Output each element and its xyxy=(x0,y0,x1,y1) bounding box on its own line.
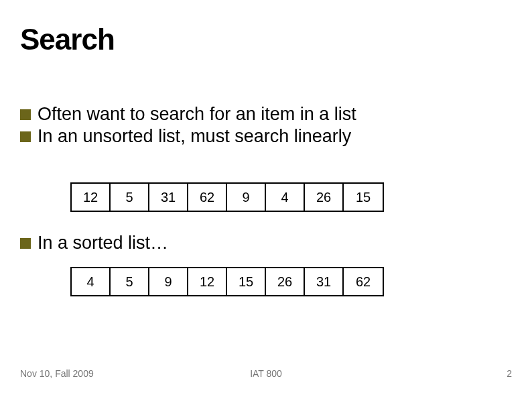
table-cell: 26 xyxy=(266,268,305,295)
slide-content: Often want to search for an item in a li… xyxy=(20,104,516,148)
footer-page-number: 2 xyxy=(507,368,512,379)
footer-course: IAT 800 xyxy=(250,368,282,379)
bullet-text: Often want to search for an item in a li… xyxy=(38,104,356,125)
table-cell: 31 xyxy=(149,184,188,211)
table-cell: 9 xyxy=(227,184,266,211)
table-cell: 4 xyxy=(266,184,305,211)
table-cell: 5 xyxy=(111,184,149,211)
bullet-item-1: Often want to search for an item in a li… xyxy=(20,104,516,125)
table-cell: 62 xyxy=(188,184,227,211)
slide-title: Search xyxy=(20,23,115,56)
table-cell: 26 xyxy=(305,184,344,211)
bullet-item-3: In a sorted list… xyxy=(20,233,168,253)
table-cell: 62 xyxy=(344,268,383,295)
table-cell: 9 xyxy=(149,268,188,295)
bullet-item-2: In an unsorted list, must search linearl… xyxy=(20,126,516,147)
table-cell: 31 xyxy=(305,268,344,295)
table-cell: 15 xyxy=(344,184,383,211)
table-cell: 12 xyxy=(188,268,227,295)
table-cell: 5 xyxy=(111,268,149,295)
table-cell: 4 xyxy=(72,268,111,295)
footer-date: Nov 10, Fall 2009 xyxy=(20,368,94,379)
unsorted-list-table: 12 5 31 62 9 4 26 15 xyxy=(70,182,384,212)
bullet-text: In an unsorted list, must search linearl… xyxy=(38,126,351,147)
slide: Search Often want to search for an item … xyxy=(0,0,532,399)
table-cell: 12 xyxy=(72,184,111,211)
bullet-icon xyxy=(20,238,31,249)
bullet-icon xyxy=(20,131,31,142)
sorted-list-table: 4 5 9 12 15 26 31 62 xyxy=(70,267,384,296)
bullet-icon xyxy=(20,109,31,120)
table-cell: 15 xyxy=(227,268,266,295)
bullet-text: In a sorted list… xyxy=(38,233,168,253)
